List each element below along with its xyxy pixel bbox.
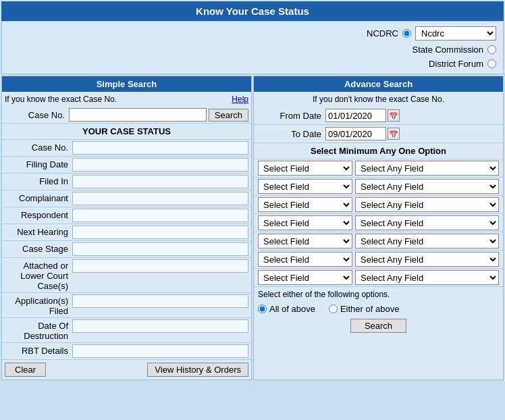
result-applications-value <box>72 294 248 308</box>
ncdrc-label: NCDRC <box>344 28 398 38</box>
case-no-label: Case No. <box>5 110 69 120</box>
result-destruction-row: Date Of Destruction <box>2 318 251 343</box>
from-date-label: From Date <box>258 111 325 121</box>
value-select-1[interactable]: Select Any Field <box>355 161 499 176</box>
select-row-3: Select Field Select Any Field <box>254 196 503 214</box>
result-case-no-value <box>72 141 248 155</box>
radio-section: NCDRC Ncdrc State Commission District Fo… <box>1 21 504 74</box>
field-select-3[interactable]: Select Field <box>258 197 352 212</box>
to-date-row: To Date 📅 <box>254 125 503 143</box>
simple-search-header: Simple Search <box>2 76 251 92</box>
select-row-6: Select Field Select Any Field <box>254 251 503 269</box>
field-select-5[interactable]: Select Field <box>258 234 352 248</box>
case-no-input[interactable] <box>69 108 207 122</box>
result-rbt-label: RBT Details <box>5 344 72 356</box>
simple-subheader-text: If you know the exact Case No. <box>5 95 117 104</box>
to-date-calendar-icon[interactable]: 📅 <box>388 128 400 140</box>
result-filing-date-row: Filing Date <box>2 157 251 174</box>
all-of-above-text: All of above <box>269 304 315 314</box>
value-select-2[interactable]: Select Any Field <box>355 179 499 194</box>
select-row-4: Select Field Select Any Field <box>254 214 503 232</box>
result-attached-label: Attached or Lower Court Case(s) <box>5 259 72 291</box>
district-radio[interactable] <box>487 59 496 68</box>
result-attached-value <box>72 259 248 273</box>
to-date-input[interactable] <box>325 127 386 140</box>
result-filing-date-label: Filing Date <box>5 158 72 169</box>
select-row-5: Select Field Select Any Field <box>254 232 503 251</box>
result-next-hearing-label: Next Hearing <box>5 226 72 237</box>
adv-search-btn-row: Search <box>254 316 503 336</box>
from-date-input[interactable] <box>325 109 386 122</box>
result-complainant-row: Complainant <box>2 190 251 207</box>
select-row-2: Select Field Select Any Field <box>254 178 503 196</box>
select-row-7: Select Field Select Any Field <box>254 269 503 287</box>
result-case-stage-value <box>72 242 248 256</box>
select-min-header: Select Minimum Any One Option <box>254 143 503 159</box>
all-of-above-radio[interactable] <box>258 305 267 313</box>
case-status-header: YOUR CASE STATUS <box>2 124 251 140</box>
result-destruction-label: Date Of Destruction <box>5 319 72 341</box>
case-no-input-row: Case No. Search <box>2 107 251 124</box>
state-radio[interactable] <box>487 45 496 54</box>
result-next-hearing-value <box>72 226 248 239</box>
value-select-4[interactable]: Select Any Field <box>355 215 499 230</box>
simple-search-subheader: If you know the exact Case No. Help <box>2 92 251 107</box>
result-complainant-label: Complainant <box>5 192 72 203</box>
from-date-row: From Date 📅 <box>254 107 503 125</box>
help-link[interactable]: Help <box>232 95 248 104</box>
advance-search-header: Advance Search <box>254 76 503 92</box>
value-select-6[interactable]: Select Any Field <box>355 252 499 267</box>
either-of-above-label: Either of above <box>329 304 399 314</box>
simple-search-button[interactable]: Search <box>209 109 248 122</box>
value-select-7[interactable]: Select Any Field <box>355 270 499 285</box>
value-select-5[interactable]: Select Any Field <box>355 234 499 248</box>
ncdrc-select[interactable]: Ncdrc <box>415 26 496 41</box>
ncdrc-row: NCDRC Ncdrc <box>9 24 496 43</box>
result-filing-date-value <box>72 158 248 172</box>
radio-options-row: All of above Either of above <box>254 302 503 316</box>
result-attached-row: Attached or Lower Court Case(s) <box>2 258 251 293</box>
bottom-buttons: Clear View History & Orders <box>2 360 251 379</box>
result-case-stage-label: Case Stage <box>5 242 72 254</box>
result-case-no-label: Case No. <box>5 141 72 153</box>
advance-search-subheader: If you don't know the exact Case No. <box>254 92 503 107</box>
simple-search-panel: Simple Search If you know the exact Case… <box>1 76 252 380</box>
field-select-1[interactable]: Select Field <box>258 161 352 176</box>
clear-button[interactable]: Clear <box>5 363 46 377</box>
field-select-6[interactable]: Select Field <box>258 252 352 267</box>
ncdrc-radio[interactable] <box>402 29 411 38</box>
option-text: Select either of the following options. <box>254 287 503 302</box>
result-rbt-value <box>72 344 248 358</box>
two-panel: Simple Search If you know the exact Case… <box>1 76 504 380</box>
result-filed-in-row: Filed In <box>2 174 251 190</box>
result-respondent-row: Respondent <box>2 207 251 224</box>
advance-search-panel: Advance Search If you don't know the exa… <box>253 76 504 380</box>
history-button[interactable]: View History & Orders <box>147 363 248 377</box>
result-applications-row: Application(s) Filed <box>2 293 251 318</box>
state-label: State Commission <box>413 45 483 55</box>
result-next-hearing-row: Next Hearing <box>2 224 251 241</box>
page-title: Know Your Case Status <box>1 1 504 21</box>
to-date-label: To Date <box>258 129 325 139</box>
result-rbt-row: RBT Details <box>2 343 251 360</box>
from-date-calendar-icon[interactable]: 📅 <box>388 109 400 122</box>
advance-search-button[interactable]: Search <box>350 319 406 333</box>
state-row: State Commission <box>9 43 496 57</box>
result-filed-in-label: Filed In <box>5 175 72 186</box>
value-select-3[interactable]: Select Any Field <box>355 197 499 212</box>
select-row-1: Select Field Select Any Field <box>254 159 503 178</box>
result-respondent-value <box>72 209 248 222</box>
field-select-4[interactable]: Select Field <box>258 215 352 230</box>
main-container: Know Your Case Status NCDRC Ncdrc State … <box>0 0 505 382</box>
result-case-no-row: Case No. <box>2 140 251 157</box>
field-select-2[interactable]: Select Field <box>258 179 352 194</box>
result-destruction-value <box>72 319 248 333</box>
result-complainant-value <box>72 192 248 205</box>
district-row: District Forum <box>9 57 496 71</box>
result-respondent-label: Respondent <box>5 209 72 220</box>
field-select-7[interactable]: Select Field <box>258 270 352 285</box>
either-of-above-radio[interactable] <box>329 305 338 313</box>
either-of-above-text: Either of above <box>340 304 399 314</box>
result-applications-label: Application(s) Filed <box>5 294 72 316</box>
result-case-stage-row: Case Stage <box>2 241 251 258</box>
